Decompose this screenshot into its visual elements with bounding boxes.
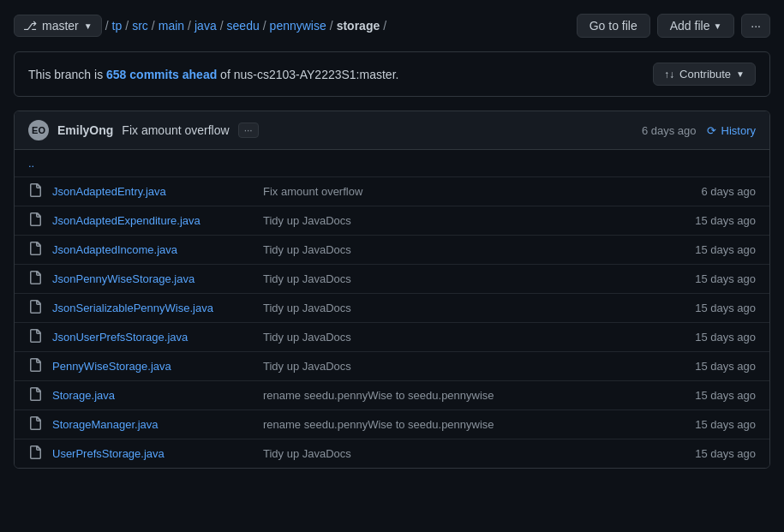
file-time: 15 days ago [661,360,756,373]
file-time: 15 days ago [661,214,756,227]
contribute-chevron-icon: ▼ [736,69,745,79]
more-icon: ··· [751,19,761,33]
file-name[interactable]: JsonAdaptedEntry.java [52,185,249,198]
file-name[interactable]: JsonSerializablePennyWise.java [52,302,249,314]
history-icon: ⟳ [707,124,716,137]
file-commit-message: Tidy up JavaDocs [249,243,661,256]
breadcrumb-sep-2: / [152,19,155,33]
breadcrumb-sep-0: / [105,19,109,33]
commit-message: Fix amount overflow [122,123,229,137]
file-commit-message: rename seedu.pennyWise to seedu.pennywis… [249,418,661,431]
file-commit-message: rename seedu.pennyWise to seedu.pennywis… [249,389,661,402]
commit-more-icon: ··· [244,124,253,136]
table-row: JsonAdaptedEntry.java Fix amount overflo… [15,177,769,206]
breadcrumb-src[interactable]: src [132,19,148,33]
branch-info-prefix: This branch is [28,68,103,81]
breadcrumb-main[interactable]: main [159,19,184,33]
breadcrumb-sep-6: / [330,19,333,33]
file-time: 15 days ago [661,272,756,285]
table-row: JsonAdaptedIncome.java Tidy up JavaDocs … [15,236,769,265]
table-row: JsonSerializablePennyWise.java Tidy up J… [15,294,769,323]
git-branch-icon: ⎇ [23,19,37,33]
branch-name: master [42,19,79,33]
file-commit-message: Tidy up JavaDocs [249,447,661,460]
file-name[interactable]: PennyWiseStorage.java [52,360,249,373]
breadcrumb-seedu[interactable]: seedu [227,19,260,33]
commit-header-right: 6 days ago ⟳ History [642,124,756,137]
add-file-chevron-icon: ▼ [713,21,721,31]
add-file-button[interactable]: Add file ▼ [657,14,735,38]
file-icon [28,271,52,287]
avatar: EO [28,120,49,140]
file-name[interactable]: Storage.java [52,389,249,402]
file-commit-message: Tidy up JavaDocs [249,214,661,227]
parent-dir-row[interactable]: .. [15,150,769,177]
parent-dir-link: .. [28,157,34,170]
file-icon [28,242,52,258]
file-time: 15 days ago [661,243,756,256]
file-icon [28,445,52,462]
history-label: History [721,124,756,137]
branch-info-banner: This branch is 658 commits ahead of nus-… [14,51,770,97]
table-row: UserPrefsStorage.java Tidy up JavaDocs 1… [15,439,769,468]
page-container: ⎇ master ▼ / tp / src / main / java / se… [0,0,784,482]
branch-info-text: This branch is 658 commits ahead of nus-… [28,68,398,81]
breadcrumb: ⎇ master ▼ / tp / src / main / java / se… [14,15,386,37]
contribute-button[interactable]: ↑↓ Contribute ▼ [653,63,756,86]
table-row: JsonUserPrefsStorage.java Tidy up JavaDo… [15,323,769,352]
commit-time-ago: 6 days ago [642,124,697,137]
file-time: 15 days ago [661,418,756,431]
table-row: JsonPennyWiseStorage.java Tidy up JavaDo… [15,265,769,294]
top-bar: ⎇ master ▼ / tp / src / main / java / se… [14,14,770,38]
commit-more-button[interactable]: ··· [238,123,259,138]
file-commit-message: Tidy up JavaDocs [249,272,661,285]
file-icon [28,416,52,433]
breadcrumb-sep-4: / [220,19,224,33]
file-time: 6 days ago [661,185,756,198]
file-time: 15 days ago [661,447,756,460]
file-name[interactable]: StorageManager.java [52,418,249,431]
top-actions: Go to file Add file ▼ ··· [577,14,770,38]
file-commit-message: Tidy up JavaDocs [249,331,661,344]
file-time: 15 days ago [661,331,756,344]
go-to-file-button[interactable]: Go to file [577,14,650,38]
file-commit-message: Tidy up JavaDocs [249,302,661,314]
branch-info-suffix: of nus-cs2103-AY2223S1:master. [220,68,398,81]
table-row: JsonAdaptedExpenditure.java Tidy up Java… [15,206,769,236]
breadcrumb-trailing-sep: / [383,19,386,33]
commit-header-left: EO EmilyOng Fix amount overflow ··· [28,120,259,140]
file-name[interactable]: JsonAdaptedExpenditure.java [52,214,249,227]
branch-button[interactable]: ⎇ master ▼ [14,15,102,37]
breadcrumb-sep-1: / [125,19,129,33]
file-time: 15 days ago [661,389,756,402]
file-commit-message: Fix amount overflow [249,185,661,198]
table-row: StorageManager.java rename seedu.pennyWi… [15,410,769,439]
file-table: EO EmilyOng Fix amount overflow ··· 6 da… [14,111,770,469]
file-icon [28,300,52,316]
commit-header-row: EO EmilyOng Fix amount overflow ··· 6 da… [15,111,769,150]
table-row: Storage.java rename seedu.pennyWise to s… [15,381,769,410]
commit-author[interactable]: EmilyOng [57,123,113,137]
breadcrumb-sep-3: / [188,19,191,33]
branch-chevron-icon: ▼ [84,21,93,31]
commits-ahead-link[interactable]: 658 commits ahead [106,68,217,81]
contribute-label: Contribute [679,68,731,81]
table-row: PennyWiseStorage.java Tidy up JavaDocs 1… [15,352,769,381]
file-icon [28,387,52,403]
file-name[interactable]: JsonUserPrefsStorage.java [52,331,249,344]
breadcrumb-java[interactable]: java [195,19,217,33]
file-icon [28,212,52,229]
history-button[interactable]: ⟳ History [707,124,756,137]
file-name[interactable]: UserPrefsStorage.java [52,447,249,460]
file-time: 15 days ago [661,302,756,314]
more-options-button[interactable]: ··· [741,14,770,38]
file-name[interactable]: JsonPennyWiseStorage.java [52,272,249,285]
file-name[interactable]: JsonAdaptedIncome.java [52,243,249,256]
file-commit-message: Tidy up JavaDocs [249,360,661,373]
breadcrumb-pennywise[interactable]: pennywise [270,19,326,33]
add-file-label: Add file [670,19,710,33]
breadcrumb-tp[interactable]: tp [112,19,123,33]
file-icon [28,358,52,374]
breadcrumb-sep-5: / [263,19,266,33]
file-icon [28,329,52,345]
